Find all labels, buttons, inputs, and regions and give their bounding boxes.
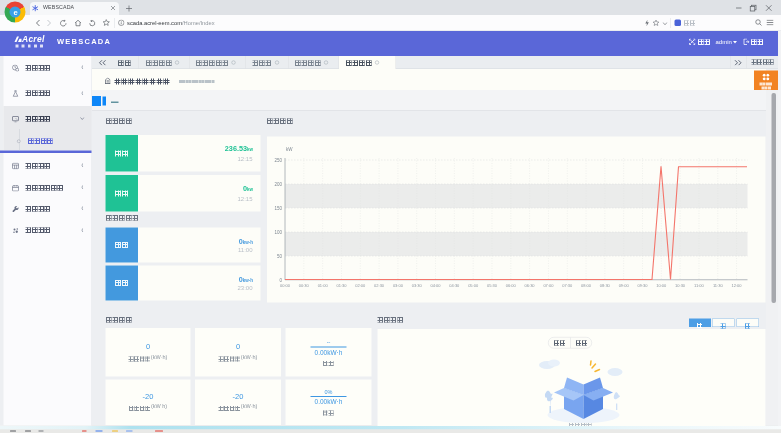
- svg-text:100: 100: [274, 230, 282, 235]
- svg-text:12:00: 12:00: [732, 283, 743, 288]
- svg-text:250: 250: [274, 158, 282, 163]
- svg-text:10:00: 10:00: [656, 283, 667, 288]
- svg-text:01:00: 01:00: [318, 283, 329, 288]
- svg-text:06:30: 06:30: [525, 283, 536, 288]
- svg-text:200: 200: [274, 182, 282, 187]
- svg-text:150: 150: [274, 206, 282, 211]
- svg-text:05:30: 05:30: [487, 283, 498, 288]
- svg-text:11:30: 11:30: [713, 283, 723, 288]
- svg-text:00:30: 00:30: [299, 283, 310, 288]
- svg-text:03:30: 03:30: [412, 283, 423, 288]
- svg-text:kW: kW: [286, 147, 293, 152]
- svg-text:04:30: 04:30: [449, 283, 460, 288]
- svg-text:50: 50: [277, 254, 283, 259]
- svg-text:10:30: 10:30: [675, 283, 686, 288]
- svg-text:08:30: 08:30: [600, 283, 611, 288]
- svg-text:06:00: 06:00: [506, 283, 517, 288]
- svg-text:08:00: 08:00: [581, 283, 592, 288]
- svg-text:09:30: 09:30: [637, 283, 648, 288]
- svg-text:02:00: 02:00: [355, 283, 366, 288]
- svg-text:00:00: 00:00: [280, 283, 291, 288]
- svg-text:01:30: 01:30: [336, 283, 347, 288]
- svg-text:04:00: 04:00: [430, 283, 441, 288]
- svg-text:11:00: 11:00: [694, 283, 704, 288]
- svg-text:02:30: 02:30: [374, 283, 385, 288]
- svg-text:05:00: 05:00: [468, 283, 479, 288]
- svg-text:03:00: 03:00: [393, 283, 404, 288]
- svg-text:09:00: 09:00: [619, 283, 630, 288]
- svg-text:07:00: 07:00: [543, 283, 554, 288]
- svg-text:07:30: 07:30: [562, 283, 573, 288]
